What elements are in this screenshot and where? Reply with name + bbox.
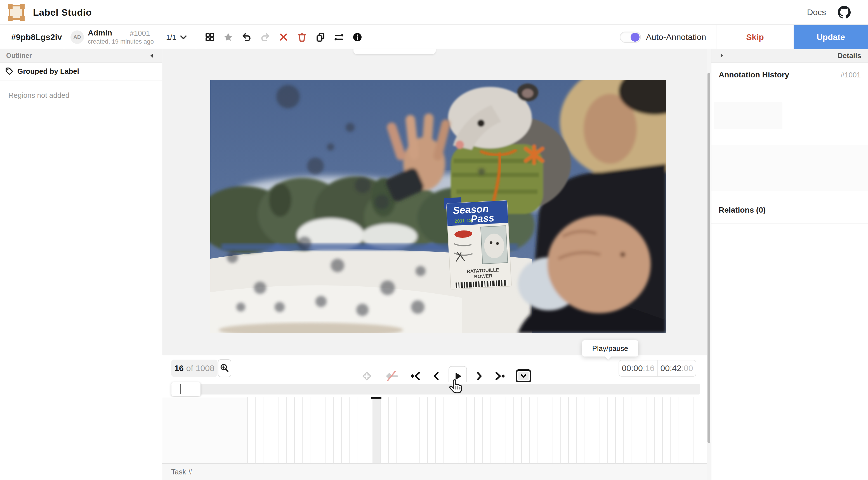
- annotation-history-title: Annotation History: [719, 70, 789, 79]
- time-display: 00:00:16 00:42:00: [619, 360, 696, 377]
- annotator-name: Admin: [88, 29, 112, 37]
- undo-icon[interactable]: [242, 32, 252, 42]
- annotation-toolbar: [205, 32, 363, 42]
- auto-annotation-label: Auto-Annotation: [646, 25, 706, 49]
- task-id: #9pb8Lgs2iv: [11, 25, 62, 49]
- toggle-knob: [630, 33, 640, 42]
- zoom-in-button[interactable]: [218, 359, 231, 377]
- frame-separator: of: [186, 364, 193, 373]
- annotation-history-row: Annotation History #1001: [711, 63, 868, 79]
- zoom-in-icon: [219, 363, 230, 374]
- total-time-main: 00:42: [660, 364, 681, 373]
- timeline-collapse-icon: [516, 369, 531, 383]
- tag-icon: [5, 67, 13, 75]
- relations-icon[interactable]: [334, 32, 344, 42]
- history-placeholder: [714, 102, 782, 129]
- app-title: Label Studio: [33, 0, 92, 25]
- outliner-header: Outliner: [6, 52, 32, 60]
- play-pause-tooltip: Play/pause: [582, 340, 638, 356]
- auto-annotation-toggle[interactable]: [620, 32, 641, 43]
- keyframe-remove-icon: [385, 370, 399, 382]
- badge-title-line2: Pass: [470, 212, 494, 225]
- current-time-main: 00:00: [622, 364, 643, 373]
- duplicate-icon[interactable]: [315, 32, 326, 42]
- relations-title: Relations (0): [719, 206, 766, 214]
- annotation-history-id: #1001: [841, 71, 861, 79]
- annotation-pager: 1/1: [166, 25, 176, 49]
- expand-right-icon[interactable]: [718, 52, 725, 59]
- next-frame-button[interactable]: [472, 371, 487, 382]
- tooltip-text: Play/pause: [592, 344, 628, 353]
- outliner-panel: Outliner Grouped by Label Regions not ad…: [0, 49, 162, 480]
- details-header: Details: [711, 49, 868, 63]
- seek-track[interactable]: [171, 384, 700, 395]
- star-icon[interactable]: [223, 32, 233, 42]
- video-area: Season Pass 2011-12 RATATOUILLE BOWER: [162, 49, 707, 355]
- prev-frame-icon: [431, 371, 442, 382]
- github-icon[interactable]: [838, 6, 851, 19]
- annotation-menu-bar: #9pb8Lgs2iv AD Admin #1001 created, 19 m…: [0, 25, 868, 49]
- keyframe-remove-button[interactable]: [382, 370, 402, 382]
- badge-year: 2011-12: [455, 218, 472, 224]
- relations-section[interactable]: Relations (0): [711, 197, 868, 224]
- timeline-collapse-button[interactable]: [516, 369, 531, 383]
- update-button[interactable]: Update: [794, 25, 868, 49]
- annotation-created: created, 19 minutes ago: [88, 38, 154, 45]
- next-keyframe-icon: [494, 371, 506, 382]
- redo-icon[interactable]: [260, 32, 270, 42]
- outliner-grouping[interactable]: Grouped by Label: [0, 63, 162, 80]
- center-footer: Task #: [162, 463, 707, 480]
- grouping-label: Grouped by Label: [17, 67, 79, 76]
- chevron-down-icon[interactable]: [178, 32, 188, 42]
- label-studio-logo: [7, 3, 25, 21]
- prev-keyframe-icon: [410, 371, 422, 382]
- video-canvas[interactable]: Season Pass 2011-12 RATATOUILLE BOWER: [210, 80, 666, 333]
- details-panel: Details Annotation History #1001 Relatio…: [711, 49, 868, 480]
- keyframe-add-icon: [361, 370, 373, 382]
- next-keyframe-button[interactable]: [491, 371, 508, 382]
- history-placeholder: [711, 145, 868, 191]
- badge-holder-line2: BOWER: [474, 273, 492, 279]
- current-time: 00:00:16: [619, 361, 657, 376]
- trash-icon[interactable]: [297, 32, 307, 42]
- frame-current: 16: [174, 364, 183, 373]
- timeline-current-frame[interactable]: [372, 397, 380, 464]
- next-frame-icon: [474, 371, 485, 382]
- skip-button[interactable]: Skip: [716, 25, 794, 49]
- divider: [64, 25, 64, 49]
- frames-timeline[interactable]: [162, 397, 707, 463]
- seek-viewport-handle[interactable]: [172, 382, 200, 396]
- timeline-playhead-cap: [371, 397, 381, 399]
- annotation-id: #1001: [130, 29, 150, 38]
- timeline-frame-ticks[interactable]: [247, 397, 700, 464]
- main-content: Season Pass 2011-12 RATATOUILLE BOWER: [162, 49, 707, 480]
- frame-counter[interactable]: 16 of 1008: [171, 359, 218, 377]
- frame-total: 1008: [196, 364, 215, 373]
- floating-toolbar-pill[interactable]: [353, 49, 436, 54]
- regions-empty-state: Regions not added: [0, 80, 162, 100]
- info-icon[interactable]: [352, 32, 363, 42]
- grid-icon[interactable]: [205, 32, 215, 42]
- prev-keyframe-button[interactable]: [407, 371, 425, 382]
- total-time-frames: :00: [681, 364, 693, 373]
- prev-frame-button[interactable]: [429, 371, 443, 382]
- divider: [196, 25, 196, 49]
- timeline-label-gutter: [162, 397, 247, 464]
- docs-link[interactable]: Docs: [807, 0, 826, 25]
- tooltip-arrow: [604, 353, 612, 359]
- keyframe-add-button[interactable]: [358, 370, 376, 382]
- task-footer-label: Task #: [171, 468, 192, 476]
- current-time-frames: :16: [643, 364, 655, 373]
- top-bar: Label Studio Docs: [0, 0, 868, 25]
- scrollbar-thumb[interactable]: [708, 73, 710, 443]
- seek-row: [162, 382, 707, 397]
- close-icon[interactable]: [279, 32, 288, 42]
- collapse-left-icon[interactable]: [148, 52, 155, 59]
- play-icon: [452, 371, 463, 382]
- avatar[interactable]: AD: [70, 30, 84, 44]
- vertical-scrollbar[interactable]: [707, 49, 711, 480]
- seek-playhead[interactable]: [180, 384, 181, 394]
- details-title: Details: [838, 52, 861, 60]
- total-time: 00:42:00: [657, 361, 696, 376]
